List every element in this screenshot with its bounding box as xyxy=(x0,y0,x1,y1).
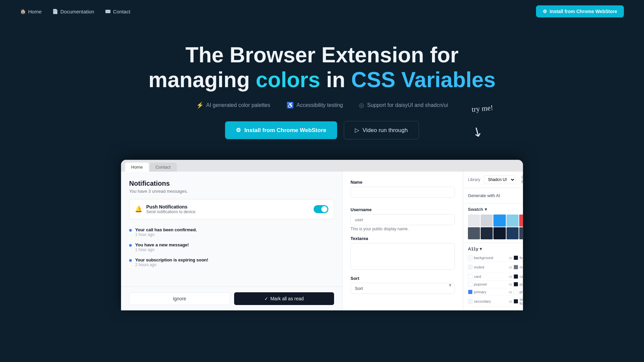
notif-item-3: Your subscription is expiring soon! 2 ho… xyxy=(129,255,334,270)
unread-dot xyxy=(129,244,132,247)
unread-dot xyxy=(129,259,132,262)
a11y-rows: background vs foreground Contrast 18.54 … xyxy=(468,254,523,307)
notif-item-content: You have a new message! 1 hour ago xyxy=(135,242,189,252)
notif-item-2: You have a new message! 1 hour ago xyxy=(129,240,334,255)
a11y-bg-swatch xyxy=(468,255,473,260)
a11y-bg-swatch xyxy=(468,265,473,269)
notif-item-content: Your subscription is expiring soon! 2 ho… xyxy=(135,257,208,267)
notif-item-text: You have a new message! xyxy=(135,242,189,247)
navigation: 🏠 Home 📄 Documentation ✉️ Contact ⚙ Inst… xyxy=(0,0,644,23)
hero-title: The Browser Extension for managing color… xyxy=(20,43,624,92)
hero-features: ⚡ AI generated color palettes ♿ Accessib… xyxy=(20,102,624,109)
sidebar-header: Library Shadcn UI Color Format HSL ⤢ xyxy=(463,172,523,188)
sort-select[interactable]: Sort xyxy=(351,283,455,294)
browser-tab-contact[interactable]: Contact xyxy=(150,163,177,172)
notif-item-text: Your subscription is expiring soon! xyxy=(135,257,208,262)
a11y-row: background vs foreground Contrast 18.54 … xyxy=(468,254,523,262)
username-label: Username xyxy=(351,207,455,212)
notifications-body: Notifications You have 3 unread messages… xyxy=(121,172,342,287)
try-me-label: try me! xyxy=(471,103,493,114)
check-icon: ✓ xyxy=(264,296,268,301)
hero-install-button[interactable]: ⚙ Install from Chrome WebStore xyxy=(225,121,337,139)
demo-screen: Home Contact Notifications You have 3 un… xyxy=(121,160,523,310)
swatch-cell[interactable] xyxy=(493,227,505,239)
textarea-label: Textarea xyxy=(351,236,455,241)
swatch-cell[interactable] xyxy=(468,227,480,239)
a11y-row: secondary vs secondary-foreground Contra… xyxy=(468,296,523,307)
hero-section: The Browser Extension for managing color… xyxy=(0,23,644,153)
a11y-fg-swatch xyxy=(514,274,518,279)
a11y-section: A11y ▾ background vs foreground Contrast… xyxy=(463,243,523,310)
swatch-cell[interactable] xyxy=(506,227,519,239)
mail-icon: ✉️ xyxy=(105,9,111,14)
ignore-button[interactable]: Ignore xyxy=(129,292,230,305)
swatch-cell[interactable] xyxy=(519,227,523,239)
notifications-panel: Notifications You have 3 unread messages… xyxy=(121,172,342,310)
push-toggle[interactable] xyxy=(314,205,328,213)
textarea-field-group: Textarea xyxy=(351,236,455,271)
chrome-icon-hero: ⚙ xyxy=(236,127,241,134)
swatch-header[interactable]: Swatch ▾ xyxy=(468,207,523,212)
accessibility-icon: ♿ xyxy=(286,102,294,109)
notifications-actions: Ignore ✓ Mark all as read xyxy=(121,287,342,310)
swatch-cell[interactable] xyxy=(481,227,493,239)
a11y-bg-swatch xyxy=(468,290,473,294)
color-sidebar: Library Shadcn UI Color Format HSL ⤢ Gen… xyxy=(463,172,523,310)
sort-label: Sort xyxy=(351,276,455,281)
chevron-down-icon: ▾ xyxy=(480,246,482,251)
swatch-cell[interactable] xyxy=(481,215,493,227)
notif-item-text: Your call has been confirmed. xyxy=(135,227,197,232)
nav-home[interactable]: 🏠 Home xyxy=(20,9,42,14)
doc-icon: 📄 xyxy=(52,9,58,14)
a11y-fg-swatch xyxy=(514,265,518,269)
swatch-section: Swatch ▾ xyxy=(463,203,523,243)
unread-dot xyxy=(129,229,132,232)
hero-video-button[interactable]: ▷ Video run through xyxy=(344,121,419,139)
name-label: Name xyxy=(351,180,455,185)
browser-chrome: Home Contact Notifications You have 3 un… xyxy=(121,160,523,310)
swatch-grid xyxy=(468,215,523,239)
swatch-cell[interactable] xyxy=(468,215,480,227)
home-icon: 🏠 xyxy=(20,9,26,14)
browser-tabs: Home Contact xyxy=(121,160,523,172)
a11y-row: card vs card-foreground Contrast 19.99 S… xyxy=(468,273,523,281)
notif-item-time: 1 hour ago xyxy=(135,247,189,252)
browser-tab-home[interactable]: Home xyxy=(125,163,149,172)
chrome-icon: ⚙ xyxy=(543,9,547,14)
push-label: Push Notifications xyxy=(146,204,310,209)
mark-all-read-button[interactable]: ✓ Mark all as read xyxy=(234,292,334,305)
notif-item-content: Your call has been confirmed. 1 hour ago xyxy=(135,227,197,237)
notif-item-time: 2 hours ago xyxy=(135,262,208,267)
swatch-cell[interactable] xyxy=(506,215,519,227)
feature-support: ◎ Support for daisyUI and shadcn/ui xyxy=(359,102,448,109)
swatch-cell[interactable] xyxy=(519,215,523,227)
library-select[interactable]: Shadcn UI xyxy=(484,175,516,184)
demo-content: Notifications You have 3 unread messages… xyxy=(121,172,523,310)
lightning-icon: ⚡ xyxy=(196,102,204,109)
a11y-header[interactable]: A11y ▾ xyxy=(468,246,523,251)
nav-install-button[interactable]: ⚙ Install from Chrome WebStore xyxy=(536,5,624,17)
feature-a11y: ♿ Accessibility testing xyxy=(286,102,343,109)
username-field-group: Username This is your public display nam… xyxy=(351,207,455,231)
library-label: Library xyxy=(468,177,480,182)
play-icon: ▷ xyxy=(355,127,359,134)
form-panel: Name Username This is your public displa… xyxy=(342,172,463,310)
textarea-input[interactable] xyxy=(351,243,455,270)
username-helper: This is your public display name. xyxy=(351,227,455,231)
a11y-row: primary vs primary-foreground Contrast 5… xyxy=(468,288,523,296)
generate-row: Generate with AI Go ✦ xyxy=(463,188,523,203)
a11y-fg-swatch xyxy=(514,255,518,260)
name-field-group: Name xyxy=(351,180,455,202)
push-desc: Send notifications to device. xyxy=(146,209,310,214)
try-me-arrow: ↙ xyxy=(469,123,486,141)
demo-wrapper: Home Contact Notifications You have 3 un… xyxy=(0,153,644,310)
nav-documentation[interactable]: 📄 Documentation xyxy=(52,9,94,14)
generate-label: Generate with AI xyxy=(468,193,500,198)
a11y-bg-swatch xyxy=(468,282,473,287)
name-input[interactable] xyxy=(351,187,455,198)
a11y-fg-swatch xyxy=(514,299,518,304)
nav-contact[interactable]: ✉️ Contact xyxy=(105,9,130,14)
swatch-cell[interactable] xyxy=(493,215,505,227)
notif-item-time: 1 hour ago xyxy=(135,232,197,237)
username-input[interactable] xyxy=(351,214,455,225)
